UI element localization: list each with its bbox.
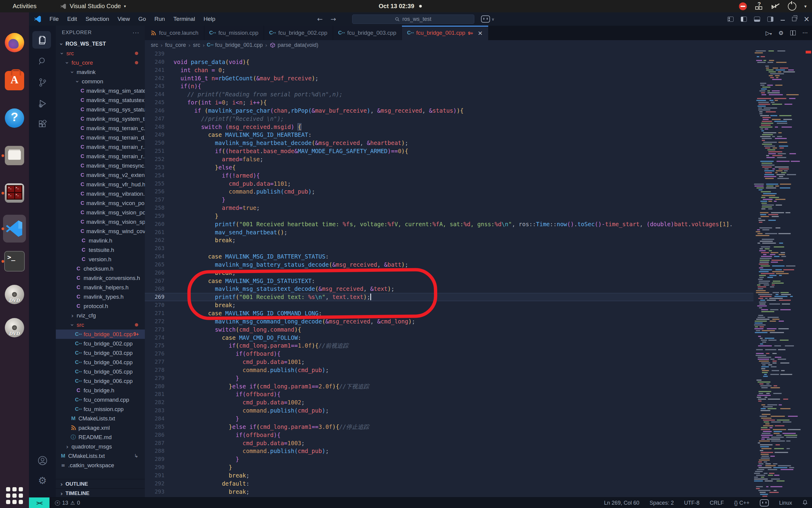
tree-item-mavlink_msg_v2_exten...[interactable]: Cmavlink_msg_v2_exten... [56,170,145,180]
code-line-243[interactable]: 243 if(n){ [145,82,754,90]
code-line-242[interactable]: 242 uint16_t n=rbGetCount(&mav_buf_recei… [145,74,754,82]
code-line-266[interactable]: 266 break; [145,269,754,277]
code-line-285[interactable]: 285 }else if(cmd_long.param1==3.0f){//停止… [145,423,754,431]
breadcrumb-src[interactable]: src [151,42,158,48]
code-line-276[interactable]: 276 if(offboard){ [145,350,754,358]
bell-icon[interactable] [802,500,808,507]
status--c-[interactable]: {} C++ [734,500,750,506]
dock-item-files-icon[interactable] [0,141,29,170]
code-line-286[interactable]: 286 if(offboard){ [145,431,754,439]
clock[interactable]: Oct 13 02:39 [379,3,422,10]
remote-indicator[interactable]: >< [29,498,49,508]
code-line-252[interactable]: 252 armed=false; [145,155,754,163]
activities-button[interactable]: Activities [13,3,37,10]
tree-item-fcu_command.cpp[interactable]: Cfcu_command.cpp [56,395,145,405]
code-line-289[interactable]: 289 } [145,455,754,463]
tab-fcu_bridge_002.cpp[interactable]: Cfcu_bridge_002.cpp [264,26,333,40]
code-line-277[interactable]: 277 cmd_pub.data=1001; [145,358,754,366]
tree-item-quadrotor_msgs[interactable]: ›quadrotor_msgs [56,442,145,451]
tree-item-mavlink_types.h[interactable]: Cmavlink_types.h [56,292,145,301]
tree-item-mavlink.h[interactable]: Cmavlink.h [56,236,145,245]
tab-fcu_bridge_001.cpp[interactable]: Cfcu_bridge_001.cpp9+× [402,26,488,40]
menu-run[interactable]: Run [150,16,169,23]
tree-item-mavlink_msg_vision_sp...[interactable]: Cmavlink_msg_vision_sp... [56,217,145,226]
account-icon[interactable] [29,451,56,470]
tree-item-mavlink_msg_vision_po...[interactable]: Cmavlink_msg_vision_po... [56,208,145,217]
tree-item-fcu_bridge_004.cpp[interactable]: Cfcu_bridge_004.cpp [56,357,145,367]
code-line-275[interactable]: 275 if(cmd_long.param1==1.0f){//前视追踪 [145,342,754,350]
code-line-284[interactable]: 284 } [145,415,754,423]
workspace-root[interactable]: › ROS_WS_TEST [56,39,145,49]
code-line-288[interactable]: 288 command.publish(cmd_pub); [145,447,754,455]
code-line-267[interactable]: 267 case MAVLINK_MSG_ID_STATUSTEXT: [145,277,754,285]
tree-item-mavlink_msg_terrain_r...[interactable]: Cmavlink_msg_terrain_r... [56,142,145,152]
chevron-down-icon[interactable]: ▾ [804,4,807,9]
menu-edit[interactable]: Edit [63,16,82,23]
tree-item-version.h[interactable]: Cversion.h [56,255,145,264]
run-file-icon[interactable]: ▷▾ [766,30,772,36]
code-line-240[interactable]: 240void parse_data(void){ [145,58,754,66]
tree-item-CMakeLists.txt[interactable]: MCMakeLists.txt↳ [56,451,145,461]
code-line-269[interactable]: 269 printf("001 Received text: %s\n", te… [145,293,754,301]
run-debug-icon[interactable] [29,94,56,113]
tree-item-mavlink_msg_terrain_c...[interactable]: Cmavlink_msg_terrain_c... [56,124,145,133]
tree-item-mavlink_msg_sim_state.h[interactable]: Cmavlink_msg_sim_state.h [56,86,145,95]
menu-view[interactable]: View [113,16,134,23]
status-ln-269-col-60[interactable]: Ln 269, Col 60 [604,500,639,506]
explorer-icon[interactable] [29,31,56,50]
tree-item-.catkin_workspace[interactable]: ≡.catkin_workspace [56,461,145,470]
app-menu[interactable]: Visual Studio Code ▾ [60,3,126,10]
source-control-icon[interactable] [29,73,56,92]
menu-help[interactable]: Help [199,16,220,23]
more-actions-icon[interactable]: ··· [133,29,139,36]
code-line-264[interactable]: 264 case MAVLINK_MSG_ID_BATTERY_STATUS: [145,253,754,261]
toggle-sidebar-icon[interactable] [741,16,747,22]
code-line-251[interactable]: 251 if((heartbeat.base_mode&MAV_MODE_FLA… [145,147,754,155]
tree-item-mavlink_msg_vicon_po...[interactable]: Cmavlink_msg_vicon_po... [56,199,145,208]
code-line-291[interactable]: 291 break; [145,471,754,480]
tree-item-mavlink_msg_sys_statu...[interactable]: Cmavlink_msg_sys_statu... [56,105,145,114]
tree-item-fcu_bridge_005.cpp[interactable]: Cfcu_bridge_005.cpp [56,367,145,376]
breadcrumb-src[interactable]: src [193,42,200,48]
code-line-246[interactable]: 246 if (mavlink_parse_char(chan,rbPop(&m… [145,107,754,115]
tree-item-mavlink_msg_timesync.h[interactable]: Cmavlink_msg_timesync.h [56,161,145,170]
navigate-forward-icon[interactable]: → [330,15,336,23]
close-button[interactable]: × [804,16,810,22]
tree-item-common[interactable]: ›common [56,77,145,86]
tree-item-protocol.h[interactable]: Cprotocol.h [56,301,145,311]
code-editor[interactable]: 239240void parse_data(void){241 int chan… [145,50,754,497]
close-tab-icon[interactable]: × [478,29,483,37]
menu-terminal[interactable]: Terminal [169,16,199,23]
audio-muted-icon[interactable] [771,2,780,10]
timeline-section[interactable]: › TIMELINE [56,489,145,497]
toggle-secondary-sidebar-icon[interactable] [767,16,773,22]
tree-item-mavlink_msg_system_ti...[interactable]: Cmavlink_msg_system_ti... [56,114,145,124]
code-line-265[interactable]: 265 mavlink_msg_battery_status_decode(&m… [145,261,754,269]
code-line-274[interactable]: 274 case MAV_CMD_DO_FOLLOW: [145,334,754,342]
breadcrumb-fcu_bridge_001.cpp[interactable]: Cfcu_bridge_001.cpp [207,42,263,48]
search-input[interactable]: ros_ws_test [352,14,474,24]
code-line-256[interactable]: 256 command.publish(cmd_pub); [145,187,754,196]
tree-item-mavlink_msg_terrain_r...[interactable]: Cmavlink_msg_terrain_r... [56,152,145,161]
tree-item-package.xml[interactable]: package.xml [56,423,145,432]
code-line-253[interactable]: 253 }else{ [145,163,754,172]
dock-item-dvd-icon[interactable] [0,313,29,342]
restore-button[interactable] [792,17,796,21]
dock-item-vscode-icon[interactable] [0,214,29,243]
code-line-283[interactable]: 283 command.publish(cmd_pub); [145,407,754,415]
code-line-258[interactable]: 258 armed=true; [145,204,754,212]
dock-item-ubuntu-software-icon[interactable] [0,66,29,95]
tree-item-mavlink_msg_statustex...[interactable]: Cmavlink_msg_statustex... [56,95,145,105]
minimap[interactable] [754,50,802,497]
tree-item-src[interactable]: ›src [56,49,145,58]
code-line-260[interactable]: 260 printf("001 Received heartbeat time:… [145,220,754,228]
code-line-270[interactable]: 270 break; [145,301,754,309]
breadcrumb-parse_data(void)[interactable]: parse_data(void) [270,42,318,48]
power-icon[interactable] [788,2,796,10]
code-line-254[interactable]: 254 if(!armed){ [145,172,754,180]
code-line-271[interactable]: 271 case MAVLINK_MSG_ID_COMMAND_LONG: [145,309,754,318]
tree-item-checksum.h[interactable]: Cchecksum.h [56,264,145,273]
navigate-back-icon[interactable]: ← [317,15,323,23]
tree-item-mavlink_msg_vibration.h[interactable]: Cmavlink_msg_vibration.h [56,189,145,199]
tab-fcu_mission.cpp[interactable]: Cfcu_mission.cpp [204,26,264,40]
